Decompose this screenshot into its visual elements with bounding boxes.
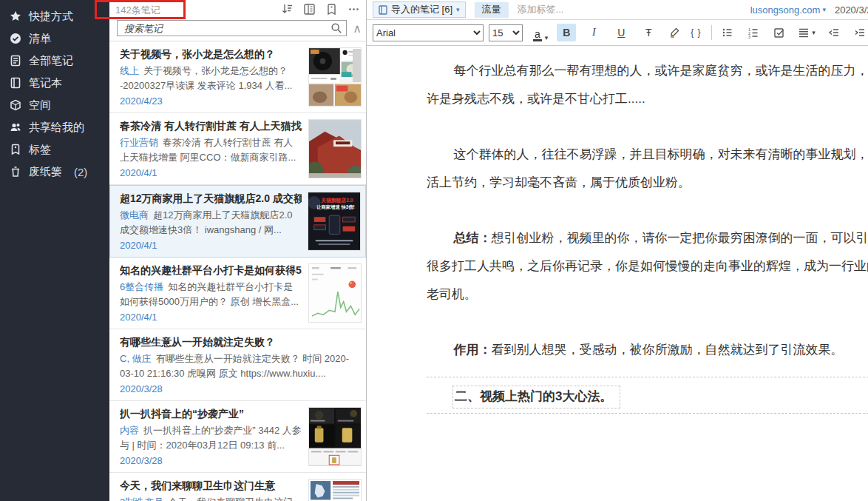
note-title: 今天，我们来聊聊卫生巾这门生意 xyxy=(120,479,302,493)
note-list-item-selected[interactable]: 超12万商家用上了天猫旗舰店2.0 成交额... 微电商超12万商家用上了天猫旗… xyxy=(109,185,366,258)
note-snippet: 6整合传播知名的兴趣社群平台小打卡是如何获得5000万用户的？ 原创 增长黑盒.… xyxy=(120,280,302,309)
chevron-up-icon[interactable]: ∧ xyxy=(353,21,362,36)
sidebar-item-tags[interactable]: 标签 xyxy=(0,138,109,161)
note-tag[interactable]: 微电商 xyxy=(120,209,149,221)
app-window: 快捷方式 清单 全部笔记 笔记本 空间 共享给我的 标签 废纸篓 xyxy=(0,0,868,501)
editor-paragraph: 每个行业总有那么一帮有理想的人，或许是家庭贫穷，或许是生活的压力，或许是身残志不… xyxy=(427,57,868,113)
note-list-item[interactable]: 有哪些生意从一开始就注定失败？ C, 做庄有哪些生意从一开始就注定失败？ 时间 … xyxy=(109,329,366,401)
note-list-item[interactable]: 扒一扒抖音上的“抄袭产业” 内容扒一扒抖音上的“抄袭产业” 3442 人参与 |… xyxy=(109,401,366,473)
svg-text:天猫旗舰店2.0: 天猫旗舰店2.0 xyxy=(320,198,353,204)
author-link[interactable]: lusongsong.com ▾ xyxy=(750,4,826,16)
note-list-item[interactable]: 今天，我们来聊聊卫生巾这门生意 3制造产品今天，我们来聊聊卫生巾这门生意 爆款法… xyxy=(109,473,366,501)
sidebar-item-all-notes[interactable]: 全部笔记 xyxy=(0,50,109,72)
svg-text:让商家增速 快3倍!: 让商家增速 快3倍! xyxy=(316,204,354,210)
bullet-list-button[interactable] xyxy=(718,24,737,41)
note-tag[interactable]: 线上 xyxy=(120,65,139,76)
note-editor[interactable]: 每个行业总有那么一帮有理想的人，或许是家庭贫穷，或许是生活的压力，或许是身残志不… xyxy=(367,46,868,501)
note-list-item[interactable]: 知名的兴趣社群平台小打卡是如何获得5... 6整合传播知名的兴趣社群平台小打卡是… xyxy=(109,258,366,329)
box-icon xyxy=(10,99,21,111)
note-title: 知名的兴趣社群平台小打卡是如何获得5... xyxy=(120,263,302,278)
note-snippet: 行业营销春茶冷清 有人转行割甘蔗 有人上天猫找增量 阿里CCO：做新商家引路..… xyxy=(120,135,302,165)
sidebar-item-label: 空间 xyxy=(29,98,51,112)
sidebar-item-label: 全部笔记 xyxy=(29,54,73,68)
sidebar-item-label: 快捷方式 xyxy=(29,10,73,24)
notebook-icon xyxy=(379,5,387,15)
font-family-select[interactable]: Arial xyxy=(373,24,484,41)
editor-panel: 导入的笔记 [6] ▾ 流量 添加标签... lusongsong.com ▾ … xyxy=(367,0,868,501)
check-circle-icon xyxy=(10,33,21,44)
notes-icon xyxy=(10,55,21,67)
tag-icon xyxy=(10,144,21,155)
outdent-button[interactable] xyxy=(824,24,844,41)
note-list-scrollbar[interactable] xyxy=(353,49,361,82)
note-date: 2020/3/28 xyxy=(120,454,302,468)
dashed-divider xyxy=(427,413,868,414)
numbered-list-button[interactable]: 123 xyxy=(744,24,763,41)
search-input[interactable] xyxy=(123,22,330,35)
note-tag-chip[interactable]: 流量 xyxy=(475,2,509,18)
note-date-selector[interactable]: 2020/3/28 ▾ xyxy=(835,4,868,16)
search-box[interactable] xyxy=(117,20,347,36)
editor-paragraph: 总结：想引创业粉，视频里的你，请你一定把你最穷困潦倒的一面，可以引起很多打工人共… xyxy=(427,224,868,309)
view-mode-icon[interactable] xyxy=(303,3,316,16)
people-icon xyxy=(10,121,21,133)
search-icon[interactable] xyxy=(330,22,342,34)
sidebar-item-shared-with-me[interactable]: 共享给我的 xyxy=(0,116,109,138)
trash-count: (2) xyxy=(74,166,87,178)
note-snippet: 3制造产品今天，我们来聊聊卫生巾这门生意 爆款法则 • 2020-03-08 2… xyxy=(120,495,302,501)
sidebar-item-trash[interactable]: 废纸篓 (2) xyxy=(0,161,109,183)
note-list-item[interactable]: 春茶冷清 有人转行割甘蔗 有人上天猫找... 行业营销春茶冷清 有人转行割甘蔗 … xyxy=(109,113,366,185)
sidebar-item-spaces[interactable]: 空间 xyxy=(0,94,109,116)
note-date: 2020/4/1 xyxy=(120,239,302,252)
trash-icon xyxy=(10,166,21,178)
note-tag[interactable]: 行业营销 xyxy=(120,137,158,148)
note-list-item[interactable]: 关于视频号，张小龙是怎么想的？ 线上关于视频号，张小龙是怎么想的？ -20200… xyxy=(109,41,366,113)
indent-icon xyxy=(854,27,866,38)
font-color-button[interactable]: a ▾ xyxy=(531,24,550,41)
notebook-icon xyxy=(10,77,21,89)
align-button[interactable]: ▾ xyxy=(796,24,818,41)
strikethrough-button[interactable]: Ŧ xyxy=(639,24,658,41)
caret-down-icon: ▾ xyxy=(545,35,549,41)
sidebar: 快捷方式 清单 全部笔记 笔记本 空间 共享给我的 标签 废纸篓 xyxy=(0,0,109,501)
note-tag[interactable]: 内容 xyxy=(120,425,139,436)
code-button[interactable]: { } xyxy=(686,24,705,41)
font-size-select[interactable]: 15 xyxy=(489,24,523,41)
sidebar-item-shortcuts[interactable]: 快捷方式 xyxy=(0,5,109,27)
more-icon[interactable] xyxy=(347,3,360,16)
note-list-panel: 142条笔记 ∧ 关于视频号，张小龙是怎么想的？ 线上关于视频号，张小龙是怎么想… xyxy=(109,0,367,501)
tag-filter-icon[interactable] xyxy=(325,3,338,16)
sidebar-item-label: 清单 xyxy=(29,32,51,46)
note-snippet: 微电商超12万商家用上了天猫旗舰店2.0 成交额增速快3倍！ iwangshan… xyxy=(120,208,302,238)
note-date: 2020/4/23 xyxy=(120,95,302,108)
note-tag[interactable]: 6整合传播 xyxy=(120,281,163,292)
italic-button[interactable]: I xyxy=(584,24,603,41)
caret-down-icon: ▾ xyxy=(822,7,826,13)
note-date: 2020/3/28 xyxy=(120,383,362,396)
sidebar-item-checklist[interactable]: 清单 xyxy=(0,27,109,50)
bold-button[interactable]: B xyxy=(557,24,576,41)
checklist-button[interactable] xyxy=(770,24,789,41)
note-thumbnail: 天猫旗舰店2.0 让商家增速 快3倍! xyxy=(308,192,361,251)
editor-paragraph: 这个群体的人，往往不易浮躁，并且目标明确，对未来有清晰的事业规划，生活上节约，学… xyxy=(427,141,868,197)
sort-icon[interactable] xyxy=(281,3,294,16)
note-snippet: 内容扒一扒抖音上的“抄袭产业” 3442 人参与 | 时间：2020年03月12… xyxy=(120,423,302,453)
align-left-icon xyxy=(798,27,810,38)
note-thumbnail xyxy=(308,119,362,178)
note-date: 2020/4/1 xyxy=(120,311,302,324)
indent-button[interactable] xyxy=(850,24,868,41)
svg-text:3: 3 xyxy=(748,35,750,38)
note-title: 超12万商家用上了天猫旗舰店2.0 成交额... xyxy=(120,192,302,206)
note-thumbnail xyxy=(308,479,362,501)
note-title: 春茶冷清 有人转行割甘蔗 有人上天猫找... xyxy=(120,119,302,133)
underline-button[interactable]: U xyxy=(611,24,631,41)
note-tag[interactable]: C, 做庄 xyxy=(120,353,152,364)
highlight-button[interactable] xyxy=(665,24,684,41)
notebook-selector-button[interactable]: 导入的笔记 [6] ▾ xyxy=(373,1,466,18)
note-count-label: 142条笔记 xyxy=(115,4,160,17)
caret-down-icon: ▾ xyxy=(812,30,816,36)
sidebar-item-label: 标签 xyxy=(29,143,51,157)
sidebar-item-notebooks[interactable]: 笔记本 xyxy=(0,72,109,94)
note-tag[interactable]: 3制造产品 xyxy=(120,497,163,501)
add-tag-field[interactable]: 添加标签... xyxy=(518,3,564,16)
